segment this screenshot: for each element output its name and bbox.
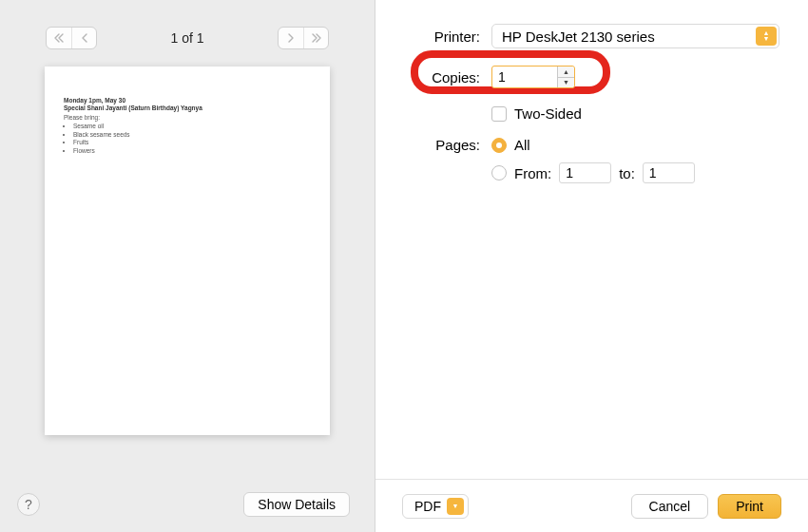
doc-line-2: Special Shani Jayanti (Saturn Birthday) …	[64, 104, 311, 112]
pages-to-label: to:	[619, 165, 635, 181]
pages-range-row: From: to:	[491, 162, 779, 183]
first-page-button[interactable]	[47, 28, 71, 48]
pages-label: Pages:	[404, 137, 480, 153]
two-sided-label: Two-Sided	[514, 105, 582, 122]
pages-row: Pages: All	[404, 137, 779, 153]
copies-input[interactable]	[492, 66, 549, 87]
pages-from-input[interactable]	[559, 162, 611, 183]
copies-stepper: ▲ ▼	[557, 66, 574, 87]
doc-list-item: Black sesame seeds	[73, 131, 311, 139]
doc-list-item: Sesame oil	[73, 123, 311, 130]
prev-page-group	[46, 27, 97, 49]
copies-row: Copies: ▲ ▼	[404, 66, 779, 88]
page-indicator: 1 of 1	[170, 30, 203, 46]
prev-page-button[interactable]	[71, 28, 96, 48]
printer-value: HP DeskJet 2130 series	[502, 28, 655, 45]
left-bottom-bar: ? Show Details	[0, 492, 375, 517]
printer-label: Printer:	[404, 28, 480, 45]
copies-label: Copies:	[404, 69, 480, 86]
chevron-down-icon: ▼	[447, 498, 464, 515]
next-page-group	[278, 27, 329, 49]
doc-list-item: Fruits	[73, 139, 311, 146]
action-buttons: Cancel Print	[631, 494, 781, 519]
pdf-label: PDF	[414, 499, 441, 514]
pages-from-label: From:	[514, 165, 551, 181]
pages-range-radio[interactable]	[491, 165, 507, 180]
doc-list-item: Flowers	[73, 147, 311, 155]
pages-to-input[interactable]	[643, 162, 695, 183]
stepper-down-icon[interactable]: ▼	[558, 78, 574, 88]
two-sided-checkbox[interactable]	[491, 106, 507, 122]
doc-line-3: Please bring:	[64, 114, 311, 122]
help-icon: ?	[25, 497, 32, 512]
last-page-button[interactable]	[303, 28, 328, 48]
settings-pane: Printer: HP DeskJet 2130 series ▲▼ Copie…	[375, 0, 808, 532]
two-sided-row: Two-Sided	[491, 105, 779, 122]
preview-nav: 1 of 1	[0, 0, 375, 59]
help-button[interactable]: ?	[17, 493, 40, 516]
right-bottom-bar: PDF ▼ Cancel Print	[375, 479, 808, 532]
doc-line-1: Monday 1pm, May 30	[64, 97, 311, 104]
preview-pane: 1 of 1 Monday 1pm, May 30 Special Shani …	[0, 0, 375, 532]
stepper-up-icon[interactable]: ▲	[558, 66, 574, 78]
pdf-dropdown[interactable]: PDF ▼	[402, 494, 469, 519]
pages-all-radio[interactable]	[491, 138, 507, 153]
pages-all-label: All	[514, 137, 530, 153]
next-page-button[interactable]	[279, 28, 303, 48]
printer-select[interactable]: HP DeskJet 2130 series ▲▼	[491, 24, 779, 48]
print-button[interactable]: Print	[718, 494, 781, 519]
show-details-button[interactable]: Show Details	[243, 492, 350, 517]
cancel-button[interactable]: Cancel	[631, 494, 709, 519]
copies-field-wrap: ▲ ▼	[491, 66, 575, 88]
doc-list: Sesame oil Black sesame seeds Fruits Flo…	[73, 123, 311, 155]
printer-row: Printer: HP DeskJet 2130 series ▲▼	[404, 24, 779, 48]
document-preview: Monday 1pm, May 30 Special Shani Jayanti…	[45, 66, 330, 435]
select-arrows-icon: ▲▼	[756, 27, 777, 46]
